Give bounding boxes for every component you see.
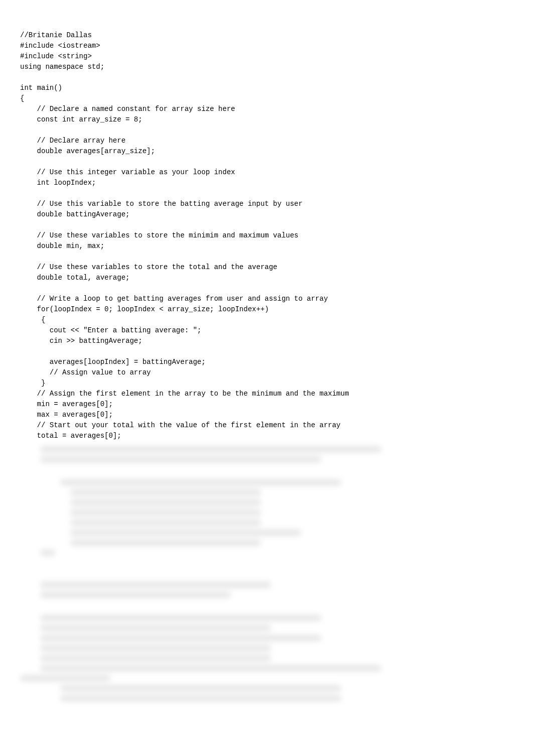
obscured-line — [40, 665, 381, 671]
obscured-line — [40, 615, 321, 621]
obscured-line — [70, 530, 301, 536]
obscured-line — [40, 655, 271, 661]
obscured-line — [40, 456, 321, 462]
obscured-code-section — [20, 446, 513, 701]
obscured-line — [70, 499, 261, 506]
obscured-line — [40, 550, 55, 556]
obscured-line — [70, 489, 261, 495]
obscured-line — [40, 582, 271, 588]
obscured-line — [70, 510, 261, 516]
obscured-line — [20, 675, 110, 681]
source-code: //Britanie Dallas #include <iostream> #i… — [20, 30, 513, 441]
obscured-line — [40, 645, 271, 651]
obscured-line — [40, 625, 271, 631]
obscured-line — [60, 479, 341, 485]
obscured-line — [60, 695, 341, 701]
obscured-line — [40, 446, 381, 452]
obscured-line — [40, 592, 231, 598]
code-text: //Britanie Dallas #include <iostream> #i… — [20, 31, 349, 440]
obscured-line — [70, 520, 261, 526]
obscured-line — [40, 635, 321, 641]
obscured-line — [70, 540, 261, 546]
obscured-line — [60, 685, 341, 691]
